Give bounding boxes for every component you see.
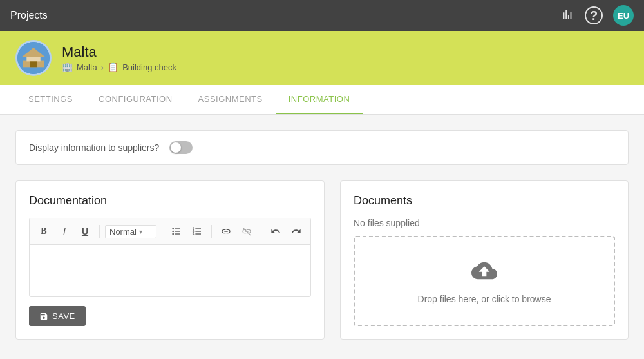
documentation-title: Documentation	[29, 194, 311, 208]
toolbar-row: B I U Normal ▾ 1.2.3.	[30, 218, 310, 245]
editor-toolbar: B I U Normal ▾ 1.2.3.	[29, 218, 311, 297]
svg-rect-4	[30, 61, 33, 67]
user-avatar[interactable]: EU	[613, 5, 634, 26]
breadcrumb-parent: Malta	[77, 63, 97, 72]
app-title: Projects	[10, 10, 48, 21]
file-drop-zone[interactable]: Drop files here, or click to browse	[354, 236, 615, 326]
underline-button[interactable]: U	[76, 222, 94, 240]
project-thumbnail	[15, 40, 52, 76]
tab-information[interactable]: INFORMATION	[276, 85, 363, 114]
svg-rect-7	[175, 228, 180, 229]
format-arrow: ▾	[139, 228, 142, 235]
tab-settings[interactable]: SETTINGS	[15, 85, 86, 114]
two-col-layout: Documentation B I U Normal ▾	[15, 180, 629, 340]
toggle-switch[interactable]	[169, 141, 193, 154]
documentation-card: Documentation B I U Normal ▾	[15, 180, 325, 340]
project-info: Malta 🏢 Malta › 📋 Building check	[62, 44, 176, 72]
svg-rect-13	[195, 228, 201, 229]
svg-line-18	[243, 228, 251, 235]
toolbar-divider-1	[99, 225, 100, 238]
breadcrumb: 🏢 Malta › 📋 Building check	[62, 62, 176, 72]
svg-rect-17	[195, 233, 201, 234]
svg-rect-9	[175, 231, 180, 231]
svg-text:3.: 3.	[193, 232, 195, 235]
svg-point-10	[172, 233, 174, 235]
save-label: SAVE	[52, 311, 75, 321]
save-button[interactable]: SAVE	[29, 306, 86, 326]
top-nav: Projects ? EU	[0, 0, 644, 31]
parent-icon: 🏢	[62, 62, 73, 72]
redo-button[interactable]	[287, 222, 305, 240]
toolbar-divider-3	[211, 225, 212, 238]
tab-configuration[interactable]: CONFIGURATION	[86, 85, 185, 114]
svg-point-6	[172, 228, 174, 230]
bold-button[interactable]: B	[35, 222, 53, 240]
nav-icons: ? EU	[560, 5, 634, 26]
format-label: Normal	[109, 227, 137, 237]
svg-rect-5	[33, 61, 37, 67]
upload-icon	[471, 258, 497, 289]
no-files-label: No files supplied	[354, 218, 615, 228]
breadcrumb-separator: ›	[101, 63, 104, 72]
undo-button[interactable]	[267, 222, 285, 240]
svg-point-8	[172, 231, 174, 233]
toggle-label: Display information to suppliers?	[29, 142, 159, 153]
breadcrumb-child: Building check	[122, 63, 176, 72]
tab-bar: SETTINGS CONFIGURATION ASSIGNMENTS INFOR…	[0, 85, 644, 115]
editor-body[interactable]	[30, 245, 310, 296]
toggle-row: Display information to suppliers?	[15, 130, 629, 165]
child-icon: 📋	[108, 62, 118, 72]
chart-icon[interactable]	[560, 7, 574, 24]
main-content: Display information to suppliers? Docume…	[0, 115, 644, 358]
project-header: Malta 🏢 Malta › 📋 Building check	[0, 31, 644, 85]
italic-button[interactable]: I	[55, 222, 73, 240]
svg-rect-11	[175, 233, 180, 234]
unordered-list-button[interactable]	[167, 222, 185, 240]
toolbar-divider-2	[162, 225, 162, 238]
link-button[interactable]	[217, 222, 235, 240]
documents-card: Documents No files supplied Drop files h…	[340, 180, 629, 340]
drop-label: Drop files here, or click to browse	[418, 294, 551, 304]
svg-rect-15	[195, 231, 201, 231]
format-select[interactable]: Normal ▾	[105, 225, 156, 238]
tab-assignments[interactable]: ASSIGNMENTS	[185, 85, 276, 114]
documents-title: Documents	[354, 194, 615, 208]
project-name: Malta	[62, 44, 176, 61]
unlink-button[interactable]	[238, 222, 256, 240]
help-icon[interactable]: ?	[585, 6, 603, 24]
toolbar-divider-4	[261, 225, 261, 238]
ordered-list-button[interactable]: 1.2.3.	[188, 222, 206, 240]
